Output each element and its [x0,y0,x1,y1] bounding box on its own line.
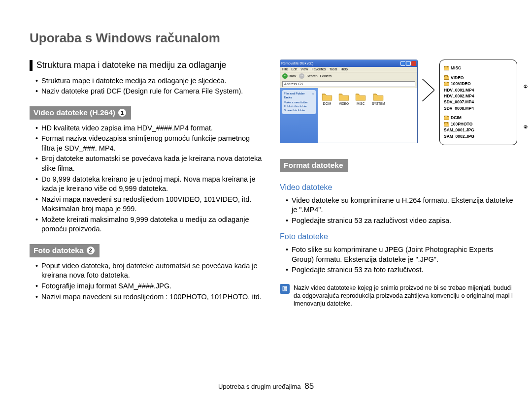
tree-file: SAM_0001.JPG [444,127,474,133]
folder-icon [338,93,349,101]
video-list: HD kvaliteta video zapisa ima HDV_####.M… [30,124,265,234]
foto-heading: Foto datoteka 2 [30,244,100,257]
format-heading-text: Format datoteke [284,160,343,171]
folder-label: DCIM [323,102,332,106]
list-item: Format naziva videozapisa snimljenog pom… [35,134,265,153]
explorer-window: Removable Disk (G:) File Edit View Favor… [280,60,418,143]
menu-item: Favorites [311,67,326,72]
forward-icon: → [299,73,304,79]
maximize-icon [406,61,411,66]
tree-label: VIDEO [451,75,464,81]
list-item: Struktura mape i datoteke medija za odla… [35,76,265,86]
list-item: Video datoteke su komprimirane u H.264 f… [286,196,517,215]
folder-icon [444,116,449,120]
mark-2-icon: ② [524,124,528,130]
explorer-menubar: File Edit View Favorites Tools Help [280,67,417,72]
note-box: Naziv video datototeke kojeg je snimio p… [280,284,517,308]
tree-label: 100VIDEO [451,81,471,87]
folder-label: MISC [357,102,365,106]
list-item: Do 9,999 datoteka kreirano je u jednoj m… [35,175,265,194]
panel-item: Make a new folder [284,100,314,104]
folder-label: VIDEO [339,102,349,106]
folder-item: SYSTEM [372,93,385,139]
folder-icon [373,93,384,101]
explorer-sidebar: File and Folder Tasks⌄ Make a new folder… [280,88,318,143]
format-foto-list: Foto slike su komprimirane u JPEG (Joint… [280,245,517,275]
folder-icon [444,76,449,80]
address-bar: Address G:\ [282,81,415,87]
folder-icon [322,93,332,101]
tree-file: HDV_0001.MP4 [444,88,474,93]
tree-file: SDV_0007.MP4 [444,99,474,105]
format-heading: Format datoteke [280,159,348,172]
video-heading: Video datoteke (H.264) 1 [30,106,131,120]
section-heading-text: Struktura mapa i datoteke na mediju za o… [36,60,226,71]
folder-item: MISC [355,93,366,139]
menu-item: Help [341,67,348,72]
list-item: Naziv datoteke prati DCF (Design rule fo… [35,87,265,96]
tasks-panel: File and Folder Tasks⌄ Make a new folder… [282,90,316,114]
mark-1-icon: ① [524,84,528,90]
note-icon [280,284,290,294]
menu-item: Edit [291,67,297,72]
minimize-icon [400,61,405,66]
tree-file: HDV_0002.MP4 [444,94,474,99]
format-video-list: Video datoteke su komprimirane u H.264 f… [280,196,517,226]
folder-label: SYSTEM [372,102,385,106]
folder-item: VIDEO [338,93,349,139]
tree-file: SAM_0002.JPG [444,134,474,139]
folder-icon [355,93,366,101]
page-title: Uporaba s Windows računalom [30,30,502,47]
search-label: Search [307,74,318,78]
list-item: Foto slike su komprimirane u JPEG (Joint… [286,245,517,264]
foto-heading-text: Foto datoteka [33,246,84,256]
back-icon: ← [282,73,288,79]
panel-item: Publish this folder [284,104,314,108]
close-icon [411,61,416,66]
foto-list: Poput video datoteka, broj datoteke auto… [30,261,265,302]
list-item: Možete kreirati maksimalno 9,999 datotek… [35,215,265,234]
note-text: Naziv video datototeke kojeg je snimio p… [294,284,517,308]
folder-tree: MISC VIDEO 100VIDEO HDV_0001.MP4 HDV_000… [439,60,517,145]
badge-1-icon: 1 [118,109,126,117]
explorer-main: DCIM VIDEO MISC [318,88,417,143]
page-number: 85 [304,381,314,391]
folders-label: Folders [320,74,332,78]
page-footer: Upotreba s drugim uređajima 85 [0,381,532,392]
address-label: Address [284,82,297,86]
explorer-title: Removable Disk (G:) [281,61,313,65]
format-foto-heading: Foto datoteke [280,231,517,242]
tree-label: 100PHOTO [451,122,472,127]
right-column: Removable Disk (G:) File Edit View Favor… [280,60,517,308]
folder-icon [444,66,449,70]
tree-label: MISC [451,65,461,71]
list-item: Broj datoteke automatski se povećava kad… [35,154,265,173]
heading-bar-icon [30,60,33,71]
menu-item: File [282,67,288,72]
footer-text: Upotreba s drugim uređajima [218,383,301,390]
video-heading-text: Video datoteke (H.264) [33,108,115,118]
folder-item: DCIM [322,93,332,139]
list-item: Pogledajte stranicu 53 za razlučivost vi… [286,216,517,226]
explorer-titlebar: Removable Disk (G:) [280,60,417,67]
menu-item: Tools [329,67,337,72]
left-column: Struktura mapa i datoteke na mediju za o… [30,60,265,308]
address-value: G:\ [299,82,303,86]
pointer-icon [422,79,434,101]
intro-list: Struktura mape i datoteke medija za odla… [30,76,265,96]
folder-icon [444,123,449,126]
list-item: Pogledajte stranicu 53 za foto razlučivo… [286,265,517,275]
back-label: Back [289,74,297,78]
explorer-toolbar: ←Back → Search Folders [280,72,417,80]
tree-file: SDV_0008.MP4 [444,106,474,111]
panel-title: File and Folder Tasks [284,92,312,99]
menu-item: View [300,67,308,72]
format-video-heading: Video datoteke [280,182,517,193]
badge-2-icon: 2 [87,247,95,254]
explorer-diagram: Removable Disk (G:) File Edit View Favor… [280,60,517,145]
folder-icon [444,82,449,86]
panel-item: Share this folder [284,108,314,112]
section-heading: Struktura mapa i datoteke na mediju za o… [30,60,265,71]
callout-pointer [423,60,434,143]
list-item: Nazivi mapa navedeni su redoslijedom : 1… [35,292,265,302]
